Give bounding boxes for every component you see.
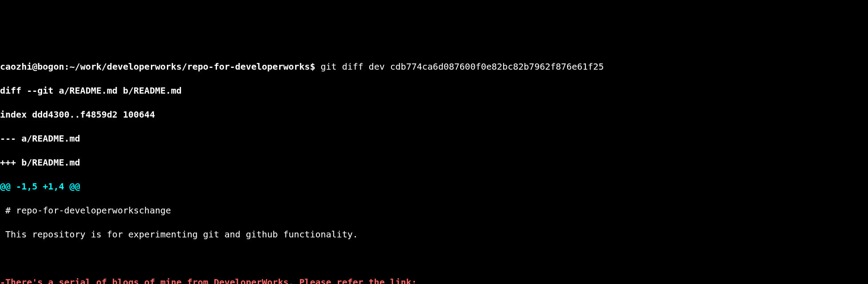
prompt-path: ~/work/developerworks/repo-for-developer…: [70, 61, 310, 72]
command-input[interactable]: git diff dev cdb774ca6d087600f0e82bc82b7…: [321, 61, 604, 72]
diff-context-line: # repo-for-developerworkschange: [0, 205, 868, 217]
diff-new-file: +++ b/README.md: [0, 157, 868, 169]
diff-index-line: index ddd4300..f4859d2 100644: [0, 109, 868, 121]
terminal-window[interactable]: caozhi@bogon:~/work/developerworks/repo-…: [0, 48, 868, 284]
prompt-line-1[interactable]: caozhi@bogon:~/work/developerworks/repo-…: [0, 61, 868, 73]
diff-old-file: --- a/README.md: [0, 133, 868, 145]
prompt-userhost: caozhi@bogon: [0, 61, 64, 72]
diff-context-line: [0, 252, 868, 264]
prompt-dollar: $: [310, 61, 320, 72]
diff-file-header: diff --git a/README.md b/README.md: [0, 85, 868, 97]
diff-hunk-header: @@ -1,5 +1,4 @@: [0, 181, 868, 193]
diff-removed-line: -There's a serial of blogs of mine from …: [0, 276, 868, 284]
prompt-sep: :: [64, 61, 70, 72]
diff-context-line: This repository is for experimenting git…: [0, 229, 868, 241]
